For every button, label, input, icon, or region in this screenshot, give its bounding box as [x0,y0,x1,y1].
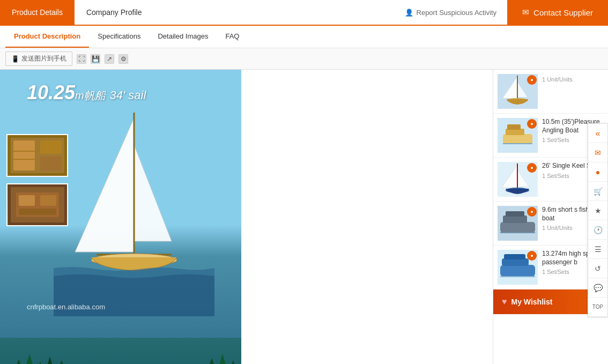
sidebar-product-1[interactable]: ● 1 Unit/Units [493,70,608,114]
top-float-button[interactable]: TOP [588,298,607,317]
feedback-float-button[interactable]: 💬 [588,278,607,298]
send-to-phone-button[interactable]: 📱 发送图片到手机 [5,51,72,66]
svg-rect-44 [503,216,527,223]
badge-1: ● [527,75,537,85]
report-area: 👤 Report Suspicious Activity [405,0,508,25]
svg-rect-18 [0,338,241,364]
floating-action-bar: « ✉ ● 🛒 ★ 🕐 ☰ ↺ 💬 TOP [588,123,608,317]
fullscreen-icon[interactable]: ⛶ [77,54,86,64]
settings-icon[interactable]: ⚙ [118,54,128,64]
history-float-button[interactable]: 🕐 [588,220,607,240]
badge-2: ● [527,119,537,129]
contact-supplier-button[interactable]: ✉ Contact Supplier [507,0,608,25]
subnav-product-description[interactable]: Product Description [5,26,89,48]
phone-icon: 📱 [11,55,19,63]
save-icon[interactable]: 💾 [91,54,100,64]
chat-float-button[interactable]: ● [588,162,607,182]
svg-rect-43 [500,222,535,233]
svg-rect-45 [506,211,524,217]
svg-rect-17 [19,209,56,215]
water-area [0,338,241,364]
email-float-button[interactable]: ✉ [588,143,607,162]
subnav-faq[interactable]: FAQ [217,26,248,48]
interior-thumb-2[interactable] [6,183,68,226]
product-image-title: 10.25m帆船 34' sail [27,81,146,104]
svg-rect-7 [13,140,35,170]
thumbnail-overlay [6,134,68,226]
menu-float-button[interactable]: ☰ [588,240,607,259]
sidebar-thumb-4: ● [498,206,538,241]
sidebar-qty-1: 1 Unit/Units [542,76,604,83]
share-icon[interactable]: ↗ [105,54,114,64]
sailboat-illustration [54,102,214,316]
svg-rect-49 [502,258,529,266]
tab-company-profile[interactable]: Company Profile [75,0,154,25]
svg-rect-16 [40,195,56,206]
interior-thumb-1[interactable] [6,134,68,177]
main-content: 10.25m帆船 34' sail [0,70,608,364]
badge-4: ● [527,207,537,217]
refresh-float-button[interactable]: ↺ [588,259,607,278]
badge-5: ● [527,251,537,261]
badge-3: ● [527,163,537,173]
sidebar-thumb-1: ● [498,74,538,109]
watermark-text: cnfrpboat.en.alibaba.com [27,303,105,311]
user-icon: 👤 [405,9,413,17]
heart-icon: ♥ [502,297,507,307]
collapse-button[interactable]: « [588,124,607,143]
email-icon: ✉ [522,8,529,17]
report-label[interactable]: Report Suspicious Activity [417,9,497,17]
tab-product-details[interactable]: Product Details [0,0,75,25]
product-area: 10.25m帆船 34' sail [0,70,493,364]
svg-rect-50 [504,254,525,259]
svg-rect-35 [507,124,521,130]
top-tabs-bar: Product Details Company Profile 👤 Report… [0,0,608,26]
sidebar-info-1: 1 Unit/Units [542,74,604,109]
svg-rect-8 [40,140,62,154]
star-float-button[interactable]: ★ [588,201,607,220]
svg-marker-1 [134,145,172,241]
svg-rect-33 [503,134,532,144]
svg-marker-0 [75,118,134,252]
cart-float-button[interactable]: 🛒 [588,182,607,201]
svg-rect-48 [500,265,535,277]
svg-rect-9 [40,157,62,170]
sidebar-thumb-5: ● [498,250,538,285]
image-toolbar: 📱 发送图片到手机 ⛶ 💾 ↗ ⚙ [0,48,608,70]
sidebar-thumb-3: ● [498,162,538,197]
subnav-detailed-images[interactable]: Detailed Images [149,26,217,48]
sidebar-thumb-2: ● [498,118,538,153]
sub-navigation: Product Description Specifications Detai… [0,26,608,48]
subnav-specifications[interactable]: Specifications [89,26,149,48]
svg-rect-15 [19,195,35,206]
product-image-container: 10.25m帆船 34' sail [0,70,241,364]
